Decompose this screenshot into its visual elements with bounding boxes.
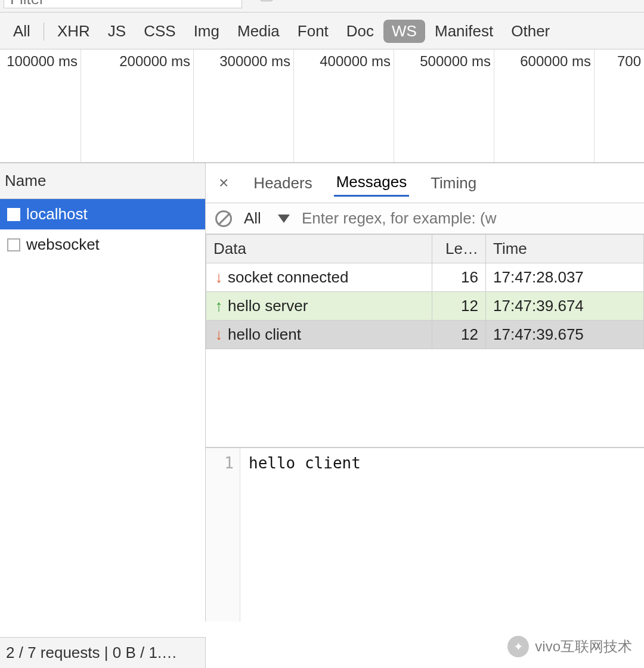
request-item-websocket[interactable]: websocket xyxy=(0,229,205,260)
line-number: 1 xyxy=(206,448,240,622)
tick-label: 500000 ms xyxy=(420,53,494,70)
message-data: hello server xyxy=(228,297,308,315)
close-icon[interactable]: × xyxy=(215,173,232,192)
message-time: 17:47:39.674 xyxy=(486,292,644,321)
detail-tabs: × Headers Messages Timing xyxy=(206,163,644,203)
tick-label: 200000 ms xyxy=(119,53,194,70)
message-type-filter[interactable]: All xyxy=(244,209,290,228)
message-data: hello client xyxy=(228,325,301,343)
message-length: 12 xyxy=(432,292,486,321)
message-time: 17:47:39.675 xyxy=(486,321,644,349)
tab-timing[interactable]: Timing xyxy=(428,170,479,196)
col-header-length[interactable]: Le… xyxy=(432,235,486,263)
checkbox-icon xyxy=(260,0,273,1)
col-header-data[interactable]: Data xyxy=(206,235,432,263)
type-filter-all[interactable]: All xyxy=(5,20,39,43)
message-length: 16 xyxy=(432,263,486,292)
type-filter-img[interactable]: Img xyxy=(185,20,228,43)
type-filter-manifest[interactable]: Manifest xyxy=(426,20,501,43)
type-filter-js[interactable]: JS xyxy=(100,20,134,43)
timeline-overview[interactable]: 100000 ms 200000 ms 300000 ms 400000 ms … xyxy=(0,49,644,163)
message-row[interactable]: ↓socket connected 16 17:47:28.037 xyxy=(206,263,644,292)
messages-empty-area xyxy=(206,349,644,448)
main-panel: Name localhost websocket × Headers Messa… xyxy=(0,163,644,622)
request-detail-pane: × Headers Messages Timing All Data Le… T… xyxy=(206,163,644,622)
type-filter-other[interactable]: Other xyxy=(503,20,558,43)
hide-data-urls-label: Hide data URLs xyxy=(283,0,393,2)
messages-toolbar: All xyxy=(206,203,644,234)
message-row[interactable]: ↑hello server 12 17:47:39.674 xyxy=(206,292,644,321)
arrow-down-icon: ↓ xyxy=(213,325,224,344)
type-filter-font[interactable]: Font xyxy=(289,20,337,43)
col-header-time[interactable]: Time xyxy=(486,235,644,263)
type-filter-ws[interactable]: WS xyxy=(383,20,425,43)
document-icon xyxy=(7,208,20,221)
type-filter-css[interactable]: CSS xyxy=(135,20,184,43)
request-list-pane: Name localhost websocket xyxy=(0,163,206,622)
tick-label: 100000 ms xyxy=(7,53,81,70)
arrow-up-icon: ↑ xyxy=(213,297,224,315)
wechat-icon: ✦ xyxy=(507,636,529,657)
resource-type-filters: All XHR JS CSS Img Media Font Doc WS Man… xyxy=(0,13,644,49)
network-toolbar: Hide data URLs xyxy=(0,0,644,13)
message-row[interactable]: ↓hello client 12 17:47:39.675 xyxy=(206,321,644,349)
table-header-row: Data Le… Time xyxy=(206,235,644,263)
status-bar: 2 / 7 requests | 0 B / 1.… xyxy=(0,637,206,668)
request-item-localhost[interactable]: localhost xyxy=(0,199,205,229)
request-item-label: websocket xyxy=(26,235,100,254)
chevron-down-icon xyxy=(278,215,290,223)
watermark: ✦ vivo互联网技术 xyxy=(507,636,632,657)
tick-label: 700 xyxy=(617,53,644,70)
message-detail-viewer: 1 hello client xyxy=(206,448,644,622)
messages-table: Data Le… Time ↓socket connected 16 17:47… xyxy=(206,234,644,349)
arrow-down-icon: ↓ xyxy=(213,268,224,287)
watermark-text: vivo互联网技术 xyxy=(535,637,632,656)
type-filter-xhr[interactable]: XHR xyxy=(49,20,98,43)
tick-label: 300000 ms xyxy=(219,53,294,70)
filter-input[interactable] xyxy=(4,0,242,8)
type-filter-doc[interactable]: Doc xyxy=(338,20,382,43)
type-filter-media[interactable]: Media xyxy=(229,20,288,43)
tick-label: 400000 ms xyxy=(320,53,394,70)
hide-data-urls-option[interactable]: Hide data URLs xyxy=(260,0,393,3)
message-regex-input[interactable] xyxy=(302,209,634,228)
tab-messages[interactable]: Messages xyxy=(334,169,410,197)
message-type-filter-label: All xyxy=(244,209,261,228)
message-time: 17:47:28.037 xyxy=(486,263,644,292)
tab-headers[interactable]: Headers xyxy=(251,170,314,196)
document-icon xyxy=(7,238,20,251)
clear-icon[interactable] xyxy=(215,210,232,227)
message-data: socket connected xyxy=(228,268,348,286)
divider xyxy=(44,23,44,41)
tick-label: 600000 ms xyxy=(520,53,595,70)
message-length: 12 xyxy=(432,321,486,349)
request-item-label: localhost xyxy=(26,205,88,223)
message-detail-text: hello client xyxy=(240,448,369,622)
request-list-header[interactable]: Name xyxy=(0,163,205,199)
